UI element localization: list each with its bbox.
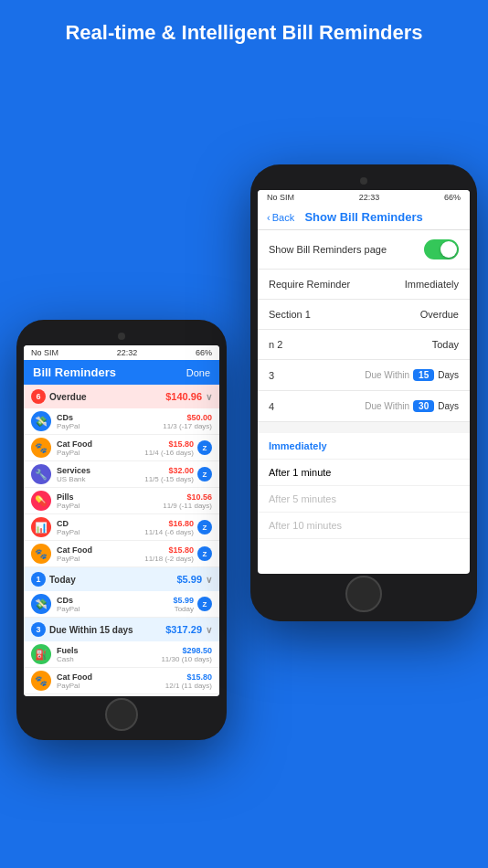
- dropdown-after5min[interactable]: After 5 minutes: [258, 486, 470, 513]
- bill-item-catfood2[interactable]: 🐾 Cat Food PayPal $15.80 11/18 (-2 days)…: [24, 541, 219, 567]
- today-label: Today: [49, 575, 76, 585]
- catfood2-name: Cat Food: [57, 545, 144, 555]
- pills-icon: 💊: [31, 491, 51, 511]
- section1-value: Overdue: [420, 309, 459, 320]
- services-amount: $32.00: [144, 466, 194, 475]
- pills-sub: PayPal: [57, 502, 163, 510]
- section4-label: 4: [269, 401, 274, 412]
- catfood2-right: $15.80 11/18 (-2 days): [144, 545, 194, 563]
- left-nav-bar: Bill Reminders Done: [24, 360, 219, 385]
- pills-info: Pills PayPal: [57, 492, 163, 510]
- bill-item-cds-today[interactable]: 💸 CDs PayPal $5.99 Today Z: [24, 591, 219, 618]
- bill-item-pills[interactable]: 💊 Pills PayPal $10.56 11/9 (-11 days): [24, 488, 219, 514]
- catfood2-z: Z: [197, 546, 212, 561]
- right-home-button[interactable]: [345, 576, 382, 612]
- cd-sub: PayPal: [57, 528, 144, 536]
- fuels-sub: Cash: [57, 655, 161, 663]
- left-nav-done[interactable]: Done: [186, 367, 210, 378]
- back-chevron: ‹: [267, 212, 271, 223]
- right-phone-screen: No SIM 22:33 66% ‹ Back Show Bill Remind…: [258, 190, 470, 574]
- catfood3-icon: 🐾: [31, 671, 51, 691]
- overdue-label: Overdue: [49, 392, 87, 402]
- bill-item-breakfast[interactable]: ☕ Breakfast PayPal $2.99 12/1 (11 days): [24, 694, 219, 696]
- overdue-badge: 6: [31, 389, 46, 404]
- section-overdue-header[interactable]: 6 Overdue $140.96 ∨: [24, 385, 219, 408]
- cds-date: 11/3 (-17 days): [163, 422, 212, 430]
- services-date: 11/5 (-15 days): [144, 475, 194, 483]
- dropdown-after10min[interactable]: After 10 minutes: [258, 513, 470, 539]
- cds-today-date: Today: [173, 605, 194, 613]
- section3-row[interactable]: 3 Due Within 15 Days: [258, 360, 470, 391]
- section3-label: 3: [269, 370, 274, 381]
- catfood1-info: Cat Food PayPal: [57, 439, 144, 457]
- fuels-amount: $298.50: [161, 646, 212, 655]
- catfood2-icon: 🐾: [31, 544, 51, 564]
- section3-badge: 15: [413, 369, 434, 381]
- section-gap: [258, 422, 470, 433]
- bill-item-catfood3[interactable]: 🐾 Cat Food PayPal $15.80 12/1 (11 days): [24, 668, 219, 694]
- section2-row[interactable]: n 2 Today: [258, 330, 470, 360]
- catfood2-date: 11/18 (-2 days): [144, 555, 194, 563]
- cd-date: 11/14 (-6 days): [144, 528, 194, 536]
- catfood3-name: Cat Food: [57, 672, 165, 682]
- due15-amount: $317.29: [165, 624, 202, 635]
- section2-value: Today: [432, 339, 459, 350]
- page-title: Real-time & Intelligent Bill Reminders: [0, 0, 488, 63]
- bill-item-fuels[interactable]: ⛽ Fuels Cash $298.50 11/30 (10 days): [24, 641, 219, 668]
- catfood3-date: 12/1 (11 days): [165, 682, 212, 690]
- overdue-chevron: ∨: [206, 392, 212, 402]
- services-info: Services US Bank: [57, 466, 144, 483]
- cd-name: CD: [57, 519, 144, 528]
- section1-label: Section 1: [269, 309, 311, 320]
- catfood2-sub: PayPal: [57, 555, 144, 563]
- section4-badge: 30: [413, 400, 434, 412]
- dropdown-immediately[interactable]: Immediately: [258, 433, 470, 460]
- catfood1-date: 11/4 (-16 days): [144, 449, 194, 457]
- left-home-button[interactable]: [105, 698, 138, 731]
- bill-item-cd[interactable]: 📊 CD PayPal $16.80 11/14 (-6 days) Z: [24, 514, 219, 541]
- section3-days: Days: [438, 370, 459, 380]
- due15-chevron: ∨: [206, 625, 212, 635]
- cds-sub: PayPal: [57, 422, 163, 430]
- section2-label: n 2: [269, 339, 282, 350]
- right-status-bar: No SIM 22:33 66%: [258, 190, 470, 205]
- show-reminders-label: Show Bill Reminders page: [269, 244, 387, 255]
- today-badge: 1: [31, 572, 46, 587]
- right-camera: [360, 177, 367, 185]
- back-label: Back: [272, 212, 294, 223]
- catfood2-info: Cat Food PayPal: [57, 545, 144, 563]
- show-reminders-row: Show Bill Reminders page: [258, 230, 470, 270]
- left-camera: [118, 333, 125, 340]
- section1-row[interactable]: Section 1 Overdue: [258, 300, 470, 330]
- require-reminder-value: Immediately: [405, 279, 459, 290]
- catfood1-amount: $15.80: [144, 439, 194, 449]
- dropdown-container: Immediately After 1 minute After 5 minut…: [258, 433, 470, 539]
- left-status-bar: No SIM 22:32 66%: [24, 345, 219, 360]
- show-reminders-toggle[interactable]: [424, 239, 459, 259]
- cds-info: CDs PayPal: [57, 413, 163, 430]
- right-carrier: No SIM: [267, 193, 294, 202]
- bill-item-catfood1[interactable]: 🐾 Cat Food PayPal $15.80 11/4 (-16 days)…: [24, 435, 219, 461]
- cd-amount: $16.80: [144, 519, 194, 528]
- pills-amount: $10.56: [163, 492, 212, 502]
- dropdown-after1min[interactable]: After 1 minute: [258, 460, 470, 486]
- due15-badge: 3: [31, 622, 46, 637]
- services-sub: US Bank: [57, 475, 144, 483]
- bill-item-cds[interactable]: 💸 CDs PayPal $50.00 11/3 (-17 days): [24, 408, 219, 435]
- catfood1-sub: PayPal: [57, 449, 144, 457]
- catfood3-right: $15.80 12/1 (11 days): [165, 672, 212, 690]
- section-today-header[interactable]: 1 Today $5.99 ∨: [24, 567, 219, 591]
- catfood1-z: Z: [197, 440, 212, 455]
- cds-today-amount: $5.99: [173, 596, 194, 605]
- cd-z: Z: [197, 520, 212, 535]
- cd-right: $16.80 11/14 (-6 days): [144, 519, 194, 536]
- catfood3-sub: PayPal: [57, 682, 165, 690]
- bill-item-services[interactable]: 🔧 Services US Bank $32.00 11/5 (-15 days…: [24, 461, 219, 488]
- cds-today-right: $5.99 Today: [173, 596, 194, 613]
- back-button[interactable]: ‹ Back: [267, 212, 294, 223]
- require-reminder-row[interactable]: Require Reminder Immediately: [258, 270, 470, 300]
- due15-label: Due Within 15 days: [49, 625, 133, 635]
- right-phone: No SIM 22:33 66% ‹ Back Show Bill Remind…: [250, 164, 477, 621]
- section-due15-header[interactable]: 3 Due Within 15 days $317.29 ∨: [24, 618, 219, 641]
- section4-row[interactable]: 4 Due Within 30 Days: [258, 391, 470, 422]
